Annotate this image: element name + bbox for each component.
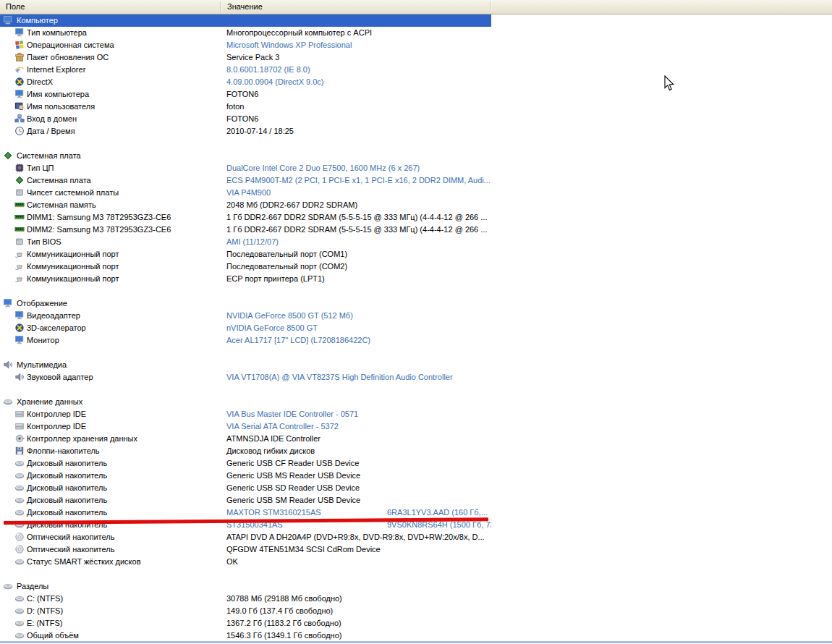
list-row[interactable]: E: (NTFS)1367.2 Гб (1183.2 Гб свободно) — [0, 617, 491, 630]
list-row[interactable]: Тип компьютераМногопроцессорный компьюте… — [0, 27, 491, 39]
list-row[interactable]: DIMM1: Samsung M3 78T2953GZ3-CE61 Гб DDR… — [0, 211, 491, 224]
row-label: Флоппи-накопитель — [27, 445, 100, 457]
list-row[interactable]: Общий объём1546.3 Гб (1349.1 Гб свободно… — [0, 630, 491, 642]
list-row[interactable]: Коммуникационный портECP порт принтера (… — [0, 273, 491, 285]
list-row[interactable]: Контроллер IDEVIA Serial ATA Controller … — [0, 420, 491, 433]
floppy-icon — [14, 446, 25, 456]
column-header-value[interactable]: Значение — [221, 0, 491, 13]
list-row[interactable]: Коммуникационный портПоследовательный по… — [0, 248, 491, 260]
list-row[interactable]: Мультимедиа — [0, 359, 491, 371]
board-icon — [3, 151, 13, 161]
row-label: D: (NTFS) — [27, 605, 63, 617]
sound-icon — [3, 360, 13, 370]
disk-icon — [14, 556, 25, 567]
optical-icon — [14, 532, 25, 542]
row-label: Имя компьютера — [27, 88, 89, 101]
computer-icon — [14, 310, 25, 321]
sound-icon — [14, 372, 25, 382]
row-value: Generic USB SM Reader USB Device — [226, 494, 360, 507]
list-row[interactable]: Системная платаECS P4M900T-M2 (2 PCI, 1 … — [0, 174, 491, 187]
list-row[interactable]: Дисковый накопительGeneric USB MS Reader… — [0, 470, 491, 482]
list-row[interactable]: Дисковый накопительGeneric USB CF Reader… — [0, 457, 491, 470]
disk-icon — [3, 581, 13, 591]
spacer-row — [0, 285, 491, 297]
row-value: AMI (11/12/07) — [226, 236, 279, 248]
computer-icon — [14, 89, 25, 99]
row-value: Многопроцессорный компьютер с ACPI — [226, 27, 372, 39]
disk-icon — [14, 593, 25, 603]
column-header-field[interactable]: Поле — [0, 0, 221, 13]
list-row[interactable]: МониторAcer AL1717 [17" LCD] (L720818642… — [0, 334, 491, 347]
row-value: Дисковод гибких дисков — [226, 445, 315, 457]
row-value: DualCore Intel Core 2 Duo E7500, 1600 MH… — [226, 162, 420, 174]
list-row[interactable]: Дисковый накопительMAXTOR STM3160215AS6R… — [0, 507, 491, 519]
list-row[interactable]: Отображение — [0, 297, 491, 310]
list-row[interactable]: Чипсет системной платыVIA P4M900 — [0, 187, 491, 199]
list-row[interactable]: Пакет обновления ОСService Pack 3 — [0, 51, 491, 64]
list-row[interactable]: Флоппи-накопительДисковод гибких дисков — [0, 445, 491, 457]
list-row[interactable]: Операционная системаMicrosoft Windows XP… — [0, 39, 491, 51]
list-row[interactable]: Хранение данных — [0, 396, 491, 408]
disk-icon — [14, 618, 25, 628]
row-value: Generic USB MS Reader USB Device — [226, 470, 360, 482]
windows-icon — [14, 40, 25, 50]
list-row[interactable]: DIMM2: Samsung M3 78T2953GZ3-CE61 Гб DDR… — [0, 224, 491, 236]
list-row[interactable]: C: (NTFS)30788 Мб (29188 Мб свободно) — [0, 593, 491, 605]
memory-icon — [14, 224, 25, 234]
row-label: Разделы — [17, 580, 48, 593]
list-row[interactable]: Оптический накопительQFGDW 4TEN51M34 SCS… — [0, 543, 491, 556]
row-label: DirectX — [27, 76, 53, 88]
directx-icon — [14, 323, 25, 333]
list-row[interactable]: ВидеоадаптерNVIDIA GeForce 8500 GT (512 … — [0, 310, 491, 322]
column-divider-highlight — [491, 1, 491, 12]
list-row-selected[interactable]: Компьютер — [0, 14, 491, 27]
spacer-row — [0, 137, 491, 150]
row-label: Тип BIOS — [27, 236, 61, 248]
list-row[interactable]: Вход в доменFOTON6 — [0, 113, 491, 125]
list-row[interactable]: Имя пользователяfoton — [0, 101, 491, 113]
clock-icon — [14, 126, 25, 136]
row-label: Контроллер хранения данных — [27, 433, 137, 445]
spacer-row — [0, 384, 491, 396]
spacer-row — [0, 347, 491, 359]
row-label: Оптический накопитель — [27, 543, 114, 556]
row-label: Дисковый накопитель — [27, 494, 107, 507]
list-row[interactable]: Оптический накопительATAPI DVD A DH20A4P… — [0, 531, 491, 543]
computer-icon — [3, 298, 13, 308]
list-row[interactable]: Дисковый накопительGeneric USB SD Reader… — [0, 482, 491, 494]
board-icon — [14, 175, 25, 185]
list-row[interactable]: D: (NTFS)149.0 Гб (137.4 Гб свободно) — [0, 605, 491, 617]
list-row[interactable]: 3D-акселераторnVIDIA GeForce 8500 GT — [0, 322, 491, 334]
list-row[interactable]: Контроллер IDEVIA Bus Master IDE Control… — [0, 408, 491, 420]
system-info-window: Поле Значение КомпьютерТип компьютераМно… — [0, 0, 832, 644]
list-row[interactable]: Имя компьютераFOTON6 — [0, 88, 491, 101]
list-row[interactable]: Контроллер хранения данныхATMNSDJA IDE C… — [0, 433, 491, 445]
row-value: ECP порт принтера (LPT1) — [226, 273, 325, 285]
row-value: VIA Bus Master IDE Controller - 0571 — [226, 408, 358, 420]
list-row[interactable]: Разделы — [0, 580, 491, 593]
list-row[interactable]: Тип ЦПDualCore Intel Core 2 Duo E7500, 1… — [0, 162, 491, 174]
list-row[interactable]: Коммуникационный портПоследовательный по… — [0, 260, 491, 273]
row-value: VIA Serial ATA Controller - 5372 — [226, 420, 339, 433]
disk-icon — [14, 630, 25, 640]
list-row[interactable]: Дата / Время2010-07-14 / 18:25 — [0, 125, 491, 137]
cpu-icon — [14, 163, 25, 173]
list-row[interactable]: Статус SMART жёстких дисковOK — [0, 556, 491, 568]
row-label: Коммуникационный порт — [27, 260, 119, 273]
list-row[interactable]: Дисковый накопительGeneric USB SM Reader… — [0, 494, 491, 507]
disk-icon — [14, 495, 25, 505]
row-label: Общий объём — [27, 630, 79, 642]
list-row[interactable]: Тип BIOSAMI (11/12/07) — [0, 236, 491, 248]
computer-icon — [3, 15, 13, 25]
row-value: FOTON6 — [226, 113, 258, 125]
list-row[interactable]: DirectX4.09.00.0904 (DirectX 9.0c) — [0, 76, 491, 88]
list-row[interactable]: Системная память2048 Мб (DDR2-667 DDR2 S… — [0, 199, 491, 211]
list-row[interactable]: Системная плата — [0, 150, 491, 162]
optical-icon — [14, 544, 25, 554]
row-value: 149.0 Гб (137.4 Гб свободно) — [226, 605, 333, 617]
row-label: Коммуникационный порт — [27, 248, 119, 260]
row-value: Последовательный порт (COM2) — [226, 260, 347, 273]
list-row[interactable]: Звуковой адаптерVIA VT1708(A) @ VIA VT82… — [0, 371, 491, 384]
row-label: Коммуникационный порт — [27, 273, 119, 285]
list-row[interactable]: eInternet Explorer8.0.6001.18702 (IE 8.0… — [0, 64, 491, 76]
